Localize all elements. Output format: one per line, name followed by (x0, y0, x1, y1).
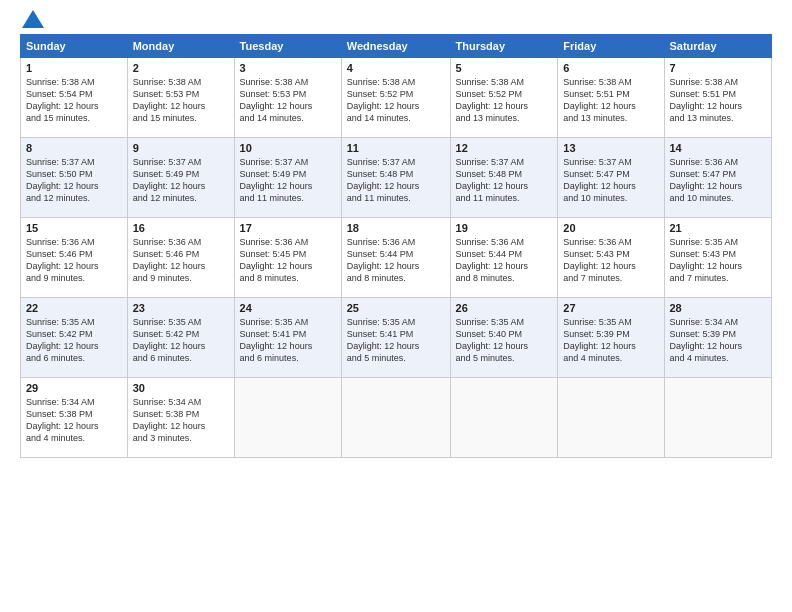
table-row: 25Sunrise: 5:35 AM Sunset: 5:41 PM Dayli… (341, 298, 450, 378)
day-info: Sunrise: 5:36 AM Sunset: 5:44 PM Dayligh… (347, 236, 445, 285)
calendar-header-row: Sunday Monday Tuesday Wednesday Thursday… (21, 35, 772, 58)
table-row: 17Sunrise: 5:36 AM Sunset: 5:45 PM Dayli… (234, 218, 341, 298)
day-number: 7 (670, 62, 767, 74)
day-info: Sunrise: 5:34 AM Sunset: 5:38 PM Dayligh… (26, 396, 122, 445)
day-number: 14 (670, 142, 767, 154)
header (20, 16, 772, 28)
page: Sunday Monday Tuesday Wednesday Thursday… (0, 0, 792, 612)
table-row: 24Sunrise: 5:35 AM Sunset: 5:41 PM Dayli… (234, 298, 341, 378)
day-info: Sunrise: 5:36 AM Sunset: 5:43 PM Dayligh… (563, 236, 658, 285)
day-info: Sunrise: 5:37 AM Sunset: 5:48 PM Dayligh… (347, 156, 445, 205)
day-info: Sunrise: 5:35 AM Sunset: 5:42 PM Dayligh… (26, 316, 122, 365)
table-row: 22Sunrise: 5:35 AM Sunset: 5:42 PM Dayli… (21, 298, 128, 378)
table-row: 30Sunrise: 5:34 AM Sunset: 5:38 PM Dayli… (127, 378, 234, 458)
day-info: Sunrise: 5:36 AM Sunset: 5:46 PM Dayligh… (26, 236, 122, 285)
day-number: 2 (133, 62, 229, 74)
day-info: Sunrise: 5:37 AM Sunset: 5:49 PM Dayligh… (133, 156, 229, 205)
day-info: Sunrise: 5:35 AM Sunset: 5:42 PM Dayligh… (133, 316, 229, 365)
table-row: 21Sunrise: 5:35 AM Sunset: 5:43 PM Dayli… (664, 218, 772, 298)
col-saturday: Saturday (664, 35, 772, 58)
table-row: 29Sunrise: 5:34 AM Sunset: 5:38 PM Dayli… (21, 378, 128, 458)
day-number: 4 (347, 62, 445, 74)
day-info: Sunrise: 5:38 AM Sunset: 5:54 PM Dayligh… (26, 76, 122, 125)
day-number: 28 (670, 302, 767, 314)
table-row: 27Sunrise: 5:35 AM Sunset: 5:39 PM Dayli… (558, 298, 664, 378)
day-info: Sunrise: 5:36 AM Sunset: 5:46 PM Dayligh… (133, 236, 229, 285)
day-number: 13 (563, 142, 658, 154)
day-number: 30 (133, 382, 229, 394)
calendar-week-row: 22Sunrise: 5:35 AM Sunset: 5:42 PM Dayli… (21, 298, 772, 378)
calendar-week-row: 29Sunrise: 5:34 AM Sunset: 5:38 PM Dayli… (21, 378, 772, 458)
table-row (341, 378, 450, 458)
day-number: 25 (347, 302, 445, 314)
table-row (664, 378, 772, 458)
day-number: 1 (26, 62, 122, 74)
day-info: Sunrise: 5:35 AM Sunset: 5:39 PM Dayligh… (563, 316, 658, 365)
day-number: 19 (456, 222, 553, 234)
calendar-week-row: 1Sunrise: 5:38 AM Sunset: 5:54 PM Daylig… (21, 58, 772, 138)
day-number: 8 (26, 142, 122, 154)
day-info: Sunrise: 5:35 AM Sunset: 5:41 PM Dayligh… (240, 316, 336, 365)
logo (20, 16, 44, 28)
col-thursday: Thursday (450, 35, 558, 58)
day-number: 15 (26, 222, 122, 234)
table-row: 8Sunrise: 5:37 AM Sunset: 5:50 PM Daylig… (21, 138, 128, 218)
day-info: Sunrise: 5:36 AM Sunset: 5:47 PM Dayligh… (670, 156, 767, 205)
day-info: Sunrise: 5:35 AM Sunset: 5:41 PM Dayligh… (347, 316, 445, 365)
day-info: Sunrise: 5:37 AM Sunset: 5:47 PM Dayligh… (563, 156, 658, 205)
day-number: 18 (347, 222, 445, 234)
table-row: 20Sunrise: 5:36 AM Sunset: 5:43 PM Dayli… (558, 218, 664, 298)
table-row: 2Sunrise: 5:38 AM Sunset: 5:53 PM Daylig… (127, 58, 234, 138)
day-number: 5 (456, 62, 553, 74)
day-number: 23 (133, 302, 229, 314)
table-row: 23Sunrise: 5:35 AM Sunset: 5:42 PM Dayli… (127, 298, 234, 378)
table-row (234, 378, 341, 458)
table-row: 14Sunrise: 5:36 AM Sunset: 5:47 PM Dayli… (664, 138, 772, 218)
day-number: 12 (456, 142, 553, 154)
day-info: Sunrise: 5:35 AM Sunset: 5:43 PM Dayligh… (670, 236, 767, 285)
table-row: 12Sunrise: 5:37 AM Sunset: 5:48 PM Dayli… (450, 138, 558, 218)
day-number: 10 (240, 142, 336, 154)
day-number: 16 (133, 222, 229, 234)
table-row: 13Sunrise: 5:37 AM Sunset: 5:47 PM Dayli… (558, 138, 664, 218)
day-number: 6 (563, 62, 658, 74)
day-info: Sunrise: 5:36 AM Sunset: 5:45 PM Dayligh… (240, 236, 336, 285)
day-info: Sunrise: 5:35 AM Sunset: 5:40 PM Dayligh… (456, 316, 553, 365)
calendar-week-row: 15Sunrise: 5:36 AM Sunset: 5:46 PM Dayli… (21, 218, 772, 298)
day-info: Sunrise: 5:38 AM Sunset: 5:53 PM Dayligh… (133, 76, 229, 125)
day-number: 29 (26, 382, 122, 394)
day-info: Sunrise: 5:38 AM Sunset: 5:51 PM Dayligh… (670, 76, 767, 125)
table-row: 4Sunrise: 5:38 AM Sunset: 5:52 PM Daylig… (341, 58, 450, 138)
table-row: 26Sunrise: 5:35 AM Sunset: 5:40 PM Dayli… (450, 298, 558, 378)
day-info: Sunrise: 5:38 AM Sunset: 5:51 PM Dayligh… (563, 76, 658, 125)
day-number: 26 (456, 302, 553, 314)
table-row (558, 378, 664, 458)
day-info: Sunrise: 5:37 AM Sunset: 5:49 PM Dayligh… (240, 156, 336, 205)
day-info: Sunrise: 5:34 AM Sunset: 5:38 PM Dayligh… (133, 396, 229, 445)
table-row: 19Sunrise: 5:36 AM Sunset: 5:44 PM Dayli… (450, 218, 558, 298)
table-row: 15Sunrise: 5:36 AM Sunset: 5:46 PM Dayli… (21, 218, 128, 298)
day-info: Sunrise: 5:38 AM Sunset: 5:52 PM Dayligh… (347, 76, 445, 125)
day-info: Sunrise: 5:38 AM Sunset: 5:53 PM Dayligh… (240, 76, 336, 125)
day-number: 9 (133, 142, 229, 154)
col-wednesday: Wednesday (341, 35, 450, 58)
day-number: 17 (240, 222, 336, 234)
svg-marker-0 (22, 10, 44, 28)
table-row: 28Sunrise: 5:34 AM Sunset: 5:39 PM Dayli… (664, 298, 772, 378)
logo-arrow-icon (22, 10, 44, 28)
table-row: 3Sunrise: 5:38 AM Sunset: 5:53 PM Daylig… (234, 58, 341, 138)
day-info: Sunrise: 5:38 AM Sunset: 5:52 PM Dayligh… (456, 76, 553, 125)
day-number: 22 (26, 302, 122, 314)
table-row: 10Sunrise: 5:37 AM Sunset: 5:49 PM Dayli… (234, 138, 341, 218)
day-info: Sunrise: 5:34 AM Sunset: 5:39 PM Dayligh… (670, 316, 767, 365)
day-info: Sunrise: 5:37 AM Sunset: 5:48 PM Dayligh… (456, 156, 553, 205)
day-number: 11 (347, 142, 445, 154)
col-sunday: Sunday (21, 35, 128, 58)
table-row (450, 378, 558, 458)
day-info: Sunrise: 5:36 AM Sunset: 5:44 PM Dayligh… (456, 236, 553, 285)
table-row: 9Sunrise: 5:37 AM Sunset: 5:49 PM Daylig… (127, 138, 234, 218)
table-row: 1Sunrise: 5:38 AM Sunset: 5:54 PM Daylig… (21, 58, 128, 138)
col-friday: Friday (558, 35, 664, 58)
day-number: 3 (240, 62, 336, 74)
day-number: 27 (563, 302, 658, 314)
